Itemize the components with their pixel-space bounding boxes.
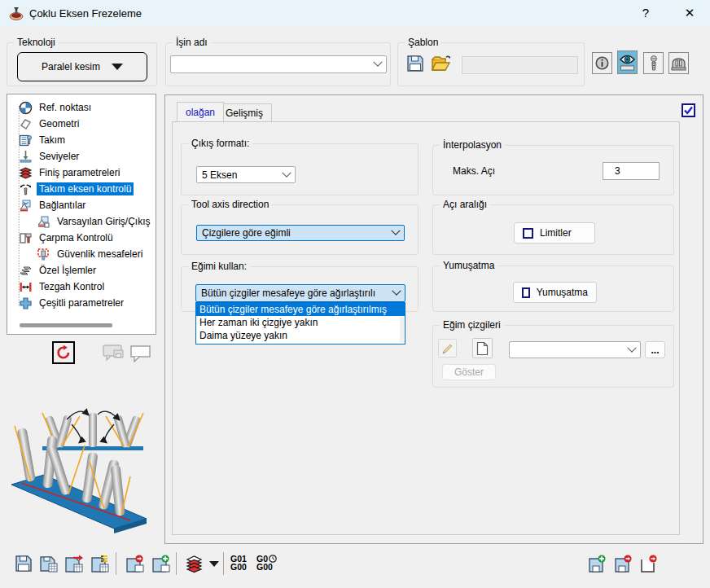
show-preview-button[interactable]	[617, 50, 638, 74]
tab-olagan[interactable]: olağan	[177, 102, 224, 121]
teknoloji-label: Teknoloji	[14, 37, 59, 48]
dropdown-scrollbar[interactable]	[400, 317, 404, 343]
egim-cizgileri-group: Eğim çizgileri ... Göster	[432, 325, 674, 388]
tool-axis-direction-select[interactable]: Çizgilere göre eğimli	[196, 225, 405, 241]
chevron-down-icon	[112, 64, 123, 70]
tree-item-varsayilan-giris-cikis[interactable]: Varsayılan Giriş/Çıkış	[12, 213, 154, 230]
tab-gelismis[interactable]: Gelişmiş	[217, 103, 272, 121]
aci-araligi-group: Açı aralığı Limitler	[432, 204, 674, 255]
help-button[interactable]: ?	[633, 3, 658, 23]
save-list-icon[interactable]	[91, 555, 109, 573]
limitler-toggle-button[interactable]: Limitler	[514, 222, 595, 244]
tool-axis-group: Tool axis direction Çizgilere göre eğiml…	[181, 204, 419, 255]
tree-item-ref-noktasi[interactable]: Ref. noktası	[12, 99, 154, 116]
dropdown-option[interactable]: Bütün çizgiler mesafeye göre ağırlaştırı…	[196, 303, 405, 316]
pencil-icon	[441, 342, 454, 355]
misc-params-icon	[19, 296, 33, 310]
open-template-icon[interactable]	[431, 53, 452, 73]
edit-tilt-lines-button[interactable]	[438, 339, 457, 358]
chevron-down-icon	[627, 343, 636, 352]
ref-point-icon	[19, 101, 33, 115]
goster-button[interactable]: Göster	[442, 364, 496, 380]
save-add-icon[interactable]	[152, 555, 170, 573]
browse-button[interactable]: ...	[645, 341, 665, 358]
machine-control-icon	[19, 280, 33, 294]
lead-inout-icon	[37, 215, 50, 229]
g01-g00-button[interactable]: G01 G00	[230, 555, 247, 571]
save-table-icon[interactable]	[40, 555, 58, 573]
interpolasyon-group: İnterpolasyon Maks. Açı	[432, 145, 674, 195]
interpolasyon-label: İnterpolasyon	[440, 139, 505, 151]
egimi-kullan-label: Eğimi kullan:	[188, 261, 250, 272]
parameter-panel: olağan Gelişmiş Çıkış formatı: 5 Eksen T…	[164, 94, 703, 544]
page-enabled-checkbox[interactable]	[682, 103, 695, 117]
tilt-mode-dropdown-list: Bütün çizgiler mesafeye göre ağırlaştırı…	[195, 302, 405, 344]
info-button[interactable]	[592, 52, 612, 74]
layers-menu-icon[interactable]	[185, 554, 204, 573]
yumusatma-checkbox[interactable]	[522, 287, 530, 298]
tree-item-takim-eksen-kontrolu[interactable]: Takım eksen kontrolü	[12, 181, 154, 197]
chevron-down-icon	[392, 287, 401, 296]
save-add-icon[interactable]	[589, 555, 607, 573]
clamp-button[interactable]	[668, 52, 689, 74]
info-icon	[595, 56, 609, 70]
cikis-formati-label: Çıkış formatı:	[188, 138, 252, 149]
finish-params-icon	[19, 166, 33, 180]
tree-item-baglantilar[interactable]: Bağlantılar	[12, 197, 154, 213]
eye-icon	[620, 53, 635, 72]
tree-item-guvenlik-mesafeleri[interactable]: Güvenlik mesafeleri	[12, 246, 154, 262]
output-format-select[interactable]: 5 Eksen	[196, 166, 296, 183]
chevron-down-icon	[282, 168, 291, 177]
maks-aci-label: Maks. Açı	[453, 165, 495, 177]
toolbar-separator	[176, 552, 177, 575]
window-title: Çoklu Eksen Frezeleme	[29, 7, 142, 20]
aci-araligi-label: Açı aralığı	[440, 199, 490, 210]
page-icon	[476, 341, 489, 356]
technology-dropdown-button[interactable]: Paralel kesim	[17, 52, 147, 81]
close-button[interactable]: ✕	[677, 3, 702, 23]
tree-item-tezgah-kontrol[interactable]: Tezgah Kontrol	[12, 279, 154, 295]
tree-item-seviyeler[interactable]: Seviyeler	[12, 148, 154, 165]
isin-adi-label: İşin adı	[173, 37, 211, 48]
refresh-icon	[55, 344, 72, 361]
template-name-field[interactable]	[462, 56, 578, 74]
save-comment-icon[interactable]	[103, 344, 125, 363]
sablon-group: Şablon	[397, 42, 585, 86]
teknoloji-group: Teknoloji Paralel kesim	[7, 42, 157, 86]
comment-icon[interactable]	[130, 345, 151, 362]
yumusatma-toggle-button[interactable]: Yumuşatma	[513, 282, 597, 303]
tree-horizontal-scrollbar[interactable]	[20, 323, 112, 327]
g0-time-g00-button[interactable]: G0 G00	[256, 555, 277, 571]
tool-axis-icon	[19, 182, 33, 196]
tree-item-ozel-islemler[interactable]: Özel İşlemler	[12, 262, 154, 279]
tree-item-finis-parametreleri[interactable]: Finiş parametreleri	[12, 165, 154, 181]
tree-item-cesitli-parametreler[interactable]: Çeşitli parametreler	[12, 295, 154, 311]
screw-icon	[649, 55, 659, 72]
dropdown-option[interactable]: Her zaman iki çizgiye yakın	[196, 316, 405, 329]
job-name-combobox[interactable]	[170, 55, 387, 73]
tree-item-takim[interactable]: Takım	[12, 132, 154, 148]
tilt-lines-combobox[interactable]	[509, 341, 641, 358]
save-export-icon[interactable]	[65, 555, 83, 573]
tool-axis-preview-image	[7, 397, 161, 543]
page-goto-icon[interactable]	[640, 555, 658, 573]
save-template-icon[interactable]	[406, 54, 424, 73]
recalculate-button[interactable]	[52, 341, 75, 364]
links-icon	[19, 199, 33, 213]
save-icon[interactable]	[15, 555, 33, 573]
limitler-checkbox[interactable]	[523, 228, 533, 239]
yumusatma-label: Yumuşatma	[440, 260, 497, 271]
new-tilt-lines-button[interactable]	[472, 338, 493, 358]
tilt-mode-select[interactable]: Bütün çizgiler mesafeye göre ağırlaştırı…	[195, 284, 405, 302]
save-goto-icon[interactable]	[615, 555, 633, 573]
screw-button[interactable]	[643, 52, 664, 74]
maks-aci-input[interactable]	[603, 162, 660, 180]
tree-item-carpma-kontrolu[interactable]: Çarpma Kontrolü	[12, 230, 154, 246]
dropdown-option[interactable]: Daima yüzeye yakın	[196, 329, 405, 342]
sablon-label: Şablon	[405, 37, 441, 48]
tree-item-geometri[interactable]: Geometri	[12, 116, 154, 132]
egim-cizgileri-label: Eğim çizgileri	[440, 319, 504, 331]
save-goto-icon[interactable]	[126, 555, 144, 573]
clamp-icon	[671, 56, 686, 71]
layers-menu-chevron-icon[interactable]	[209, 561, 219, 567]
